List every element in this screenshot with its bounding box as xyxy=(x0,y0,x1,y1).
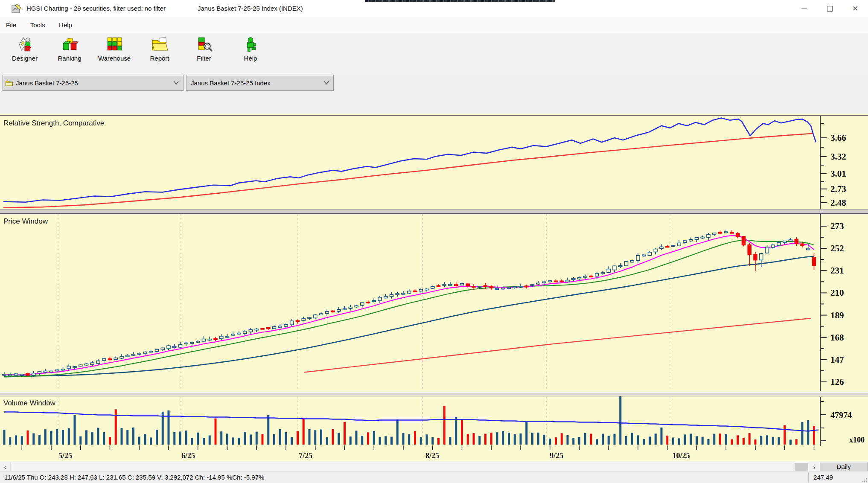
ranking-label: Ranking xyxy=(58,55,81,62)
scroll-right-button[interactable]: › xyxy=(809,462,819,471)
security-value: Janus Basket 7-25-25 Index xyxy=(191,79,271,87)
basket-value: Janus Basket 7-25-25 xyxy=(16,79,78,87)
active-document-title: Janus Basket 7-25-25 Index (INDEX) xyxy=(198,0,303,17)
filter-label: Filter xyxy=(197,55,211,62)
scroll-right-icon: › xyxy=(813,463,816,471)
hgsi-app-icon xyxy=(11,3,22,14)
filter-button[interactable]: Filter xyxy=(183,35,225,71)
view-toolbar: View: Market Leaders View1 xyxy=(0,92,868,115)
window-title: HGSI Charting - 29 securities, filter us… xyxy=(26,0,166,17)
minimize-icon xyxy=(801,9,807,9)
menu-tools[interactable]: Tools xyxy=(24,17,51,33)
ranking-icon xyxy=(61,36,79,53)
svg-text:2.73: 2.73 xyxy=(830,184,846,194)
volume-panel-title: Volume Window xyxy=(3,399,56,407)
maximize-button[interactable] xyxy=(817,0,842,17)
panel-splitter[interactable] xyxy=(0,209,868,213)
svg-text:273: 273 xyxy=(830,221,844,231)
background-window-artifact xyxy=(365,0,555,2)
svg-text:10/25: 10/25 xyxy=(672,451,690,460)
svg-text:47974: 47974 xyxy=(830,410,852,420)
svg-text:8/25: 8/25 xyxy=(425,451,439,460)
close-icon: ✕ xyxy=(852,5,858,12)
svg-text:3.01: 3.01 xyxy=(830,169,846,179)
menu-help[interactable]: Help xyxy=(53,17,78,33)
svg-text:147: 147 xyxy=(830,355,844,365)
chart-canvas: 5/256/257/258/259/2510/253.663.323.012.7… xyxy=(0,114,868,462)
maximize-icon xyxy=(827,6,833,12)
selector-row: Janus Basket 7-25-25 Janus Basket 7-25-2… xyxy=(0,73,868,92)
chevron-down-icon xyxy=(324,81,329,84)
horizontal-scrollbar: ‹ › Daily xyxy=(0,462,868,471)
svg-text:9/25: 9/25 xyxy=(550,451,563,460)
svg-text:6/25: 6/25 xyxy=(181,451,195,460)
status-bar: 11/6/25 Thu O: 243.28 H: 247.63 L: 231.6… xyxy=(0,471,868,483)
hgsi-charting-window: HGSI Charting - 29 securities, filter us… xyxy=(0,0,868,483)
designer-button[interactable]: Designer xyxy=(3,35,46,71)
warehouse-button[interactable]: Warehouse xyxy=(93,35,136,71)
svg-text:210: 210 xyxy=(830,288,844,298)
designer-label: Designer xyxy=(12,55,38,62)
svg-text:3.32: 3.32 xyxy=(830,151,846,162)
folder-icon xyxy=(6,80,13,86)
main-toolbar: Designer Ranking xyxy=(0,33,868,73)
scrollbar-track[interactable] xyxy=(10,462,795,471)
help-button[interactable]: Help xyxy=(229,35,272,71)
report-label: Report xyxy=(150,55,169,62)
svg-text:126: 126 xyxy=(830,377,844,387)
chart-area[interactable]: 5/256/257/258/259/2510/253.663.323.012.7… xyxy=(0,114,868,462)
report-icon xyxy=(151,36,169,53)
cursor-price-value: 247.49 xyxy=(813,471,833,483)
svg-text:x100: x100 xyxy=(849,436,865,444)
warehouse-icon xyxy=(105,36,123,53)
resize-grip[interactable] xyxy=(862,477,868,483)
menu-bar: File Tools Help xyxy=(0,17,868,34)
menu-file[interactable]: File xyxy=(0,17,22,33)
svg-text:3.66: 3.66 xyxy=(830,133,846,143)
svg-text:252: 252 xyxy=(830,243,844,253)
periodicity-button[interactable]: Daily xyxy=(819,462,868,471)
help-icon xyxy=(242,36,259,53)
rs-panel-title: Relative Strength, Comparative xyxy=(3,119,104,127)
svg-text:7/25: 7/25 xyxy=(299,451,312,460)
svg-text:189: 189 xyxy=(830,310,844,320)
scrollbar-thumb[interactable] xyxy=(795,463,808,471)
security-dropdown[interactable]: Janus Basket 7-25-25 Index xyxy=(186,75,334,91)
status-separator xyxy=(808,472,809,483)
svg-text:168: 168 xyxy=(830,332,844,343)
minimize-button[interactable] xyxy=(791,0,817,17)
scroll-left-icon: ‹ xyxy=(4,463,6,471)
chevron-down-icon xyxy=(174,81,179,84)
designer-icon xyxy=(16,36,34,53)
svg-text:2.48: 2.48 xyxy=(830,198,846,208)
ohlc-summary: 11/6/25 Thu O: 243.28 H: 247.63 L: 231.6… xyxy=(4,471,264,483)
price-panel-title: Price Window xyxy=(3,217,48,225)
basket-dropdown[interactable]: Janus Basket 7-25-25 xyxy=(3,75,184,91)
filter-icon xyxy=(195,36,213,53)
panel-splitter[interactable] xyxy=(0,392,868,396)
report-button[interactable]: Report xyxy=(138,35,181,71)
scroll-left-button[interactable]: ‹ xyxy=(0,462,10,471)
help-label: Help xyxy=(244,55,257,62)
svg-text:5/25: 5/25 xyxy=(58,451,72,460)
warehouse-label: Warehouse xyxy=(98,55,131,62)
svg-text:231: 231 xyxy=(830,265,844,276)
close-button[interactable]: ✕ xyxy=(842,0,868,17)
ranking-button[interactable]: Ranking xyxy=(48,35,91,71)
title-bar: HGSI Charting - 29 securities, filter us… xyxy=(0,0,868,17)
